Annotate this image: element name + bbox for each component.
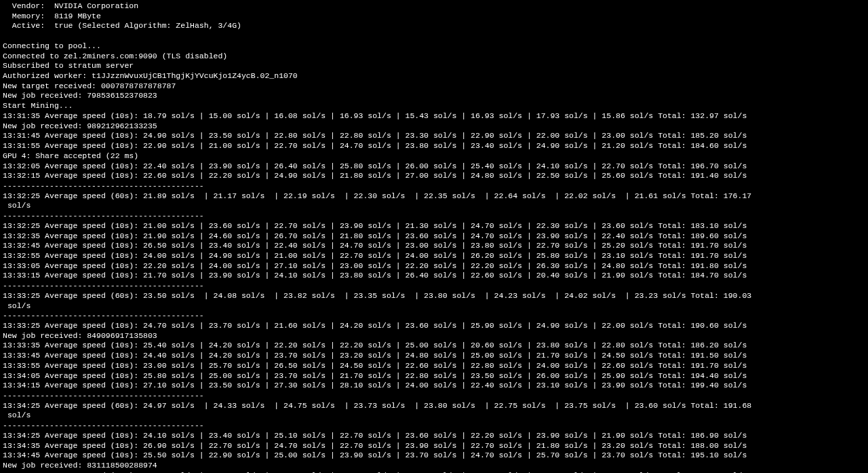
terminal-output: Vendor: NVIDIA Corporation Memory: 8119 …: [0, 0, 868, 473]
